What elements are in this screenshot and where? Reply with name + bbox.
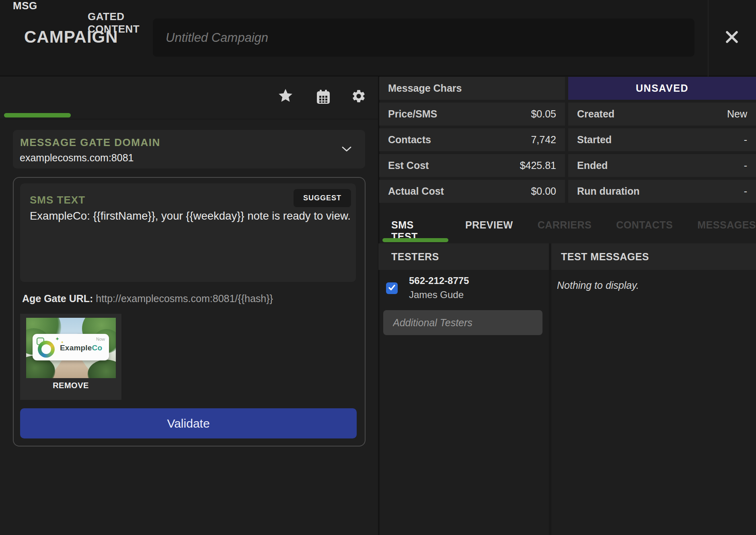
domain-label: MESSAGE GATE DOMAIN xyxy=(20,136,160,149)
tab-text-msg[interactable]: TEXT MSG xyxy=(13,0,62,32)
tab-carriers: CARRIERS xyxy=(538,219,592,243)
close-button[interactable] xyxy=(719,25,744,50)
stat-est-cost: Est Cost$425.81 xyxy=(379,154,565,177)
status-badge: UNSAVED xyxy=(568,77,756,100)
header-divider xyxy=(708,0,709,76)
active-tab-indicator xyxy=(4,113,71,117)
gear-icon xyxy=(351,99,366,105)
stat-started: Started- xyxy=(568,128,756,151)
tab-contacts: CONTACTS xyxy=(616,219,673,243)
suggest-button[interactable]: SUGGEST xyxy=(294,189,351,207)
validate-button[interactable]: Validate xyxy=(20,408,357,438)
tabbar-divider xyxy=(0,119,378,119)
tester-name: James Gude xyxy=(409,289,464,300)
testers-header: TESTERS xyxy=(378,243,549,270)
age-gate-label: Age Gate URL: xyxy=(22,293,93,304)
tab-preview[interactable]: PREVIEW xyxy=(465,219,513,243)
sms-card: SMS TEXT SUGGEST ExampleCo: {{firstName}… xyxy=(13,177,366,447)
stat-run-duration: Run duration- xyxy=(568,180,756,203)
star-button[interactable] xyxy=(278,89,293,105)
campaign-modal: CAMPAIGN TEXT MSG GATED CONTENT xyxy=(0,0,756,535)
attachment-card: ✦ ✦ ExampleCo Now REMOVE xyxy=(20,314,121,400)
column-divider xyxy=(549,243,551,535)
additional-testers-input[interactable] xyxy=(383,310,542,335)
notification-preview: ✦ ✦ ExampleCo Now xyxy=(33,334,109,360)
tab-messages: MESSAGES xyxy=(697,219,756,243)
tester-checkbox[interactable] xyxy=(386,282,398,294)
tab-gated-content[interactable]: GATED CONTENT xyxy=(88,10,119,37)
stat-message-chars: Message Chars xyxy=(379,77,565,100)
brand-logo-icon xyxy=(38,341,55,358)
message-gate-domain-select[interactable]: MESSAGE GATE DOMAIN examplecosms.com:808… xyxy=(13,130,365,169)
domain-value: examplecosms.com:8081 xyxy=(20,152,134,164)
tester-phone: 562-212-8775 xyxy=(409,275,469,286)
attachment-image: ✦ ✦ ExampleCo Now xyxy=(26,318,116,378)
check-icon xyxy=(388,284,396,292)
brand-name: ExampleCo xyxy=(60,344,102,352)
chevron-down-icon xyxy=(341,146,352,154)
schedule-button[interactable] xyxy=(316,90,330,105)
close-icon xyxy=(723,41,741,47)
sms-message-input[interactable]: ExampleCo: {{firstName}}, your {{weekday… xyxy=(30,206,353,226)
sparkle-icon: ✦ xyxy=(55,336,60,342)
stat-contacts: Contacts7,742 xyxy=(379,128,565,151)
test-messages-header: TEST MESSAGES xyxy=(551,243,756,270)
sms-text-label: SMS TEXT xyxy=(30,194,85,206)
calendar-icon xyxy=(316,99,330,105)
remove-attachment-button[interactable]: REMOVE xyxy=(20,381,121,391)
settings-button[interactable] xyxy=(351,88,366,105)
stat-created: CreatedNew xyxy=(568,103,756,126)
campaign-name-input[interactable] xyxy=(153,19,694,57)
notification-timestamp: Now xyxy=(96,337,105,342)
star-icon xyxy=(278,99,293,105)
active-test-tab-indicator xyxy=(382,238,448,242)
stat-actual-cost: Actual Cost$0.00 xyxy=(379,180,565,203)
stat-price-sms: Price/SMS$0.05 xyxy=(379,103,565,126)
test-messages-empty: Nothing to display. xyxy=(557,280,639,291)
sms-text-box: SMS TEXT SUGGEST ExampleCo: {{firstName}… xyxy=(20,183,356,282)
age-gate-url: Age Gate URL: http://examplecosms.com:80… xyxy=(22,293,273,305)
stat-ended: Ended- xyxy=(568,154,756,177)
